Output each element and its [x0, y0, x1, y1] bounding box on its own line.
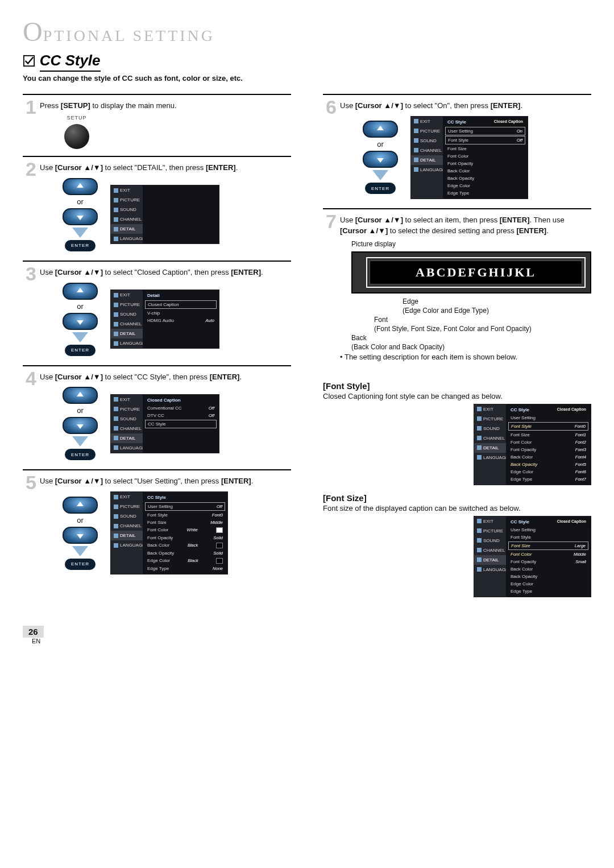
osd-setting-row: User Setting [508, 414, 588, 421]
svg-rect-29 [414, 158, 418, 162]
osd-menu-item: CHANNEL [474, 545, 506, 555]
sub-heading: [Font Style] [323, 381, 591, 391]
step-1: 1 Press [SETUP] to display the main menu… [23, 94, 291, 156]
osd-setting-row: Font OpacitySmall [508, 558, 588, 565]
svg-rect-19 [114, 495, 118, 499]
svg-rect-28 [414, 148, 418, 152]
osd-menu-item: EXIT [474, 516, 506, 526]
font-style-section: [Font Style] Closed Captioning font styl… [323, 381, 591, 485]
osd-menu-item: EXIT [111, 290, 143, 300]
cursor-up-icon [63, 178, 98, 195]
osd-menu-item: PICTURE [111, 300, 143, 309]
svg-rect-14 [114, 407, 118, 411]
osd-setting-row: Back ColorFont4 [508, 453, 588, 461]
left-column: 1 Press [SETUP] to display the main menu… [23, 94, 291, 597]
osd-setting-row: Edge TypeNone [145, 565, 225, 572]
osd-setting-row: Back OpacitySolid [145, 549, 225, 557]
osd-menu-item: DETAIL [111, 531, 143, 540]
osd-menu-item: DETAIL [111, 433, 143, 443]
svg-rect-16 [114, 426, 118, 431]
osd-setting-row: Back Color [445, 167, 525, 175]
svg-rect-9 [114, 312, 118, 317]
osd-setting-row: V-chip [145, 309, 217, 317]
svg-rect-36 [477, 455, 482, 460]
svg-rect-12 [114, 341, 118, 346]
step-3: 3 Use [Cursor ▲/▼] to select "Closed Cap… [23, 261, 291, 365]
osd-setting-row: User SettingOn [445, 127, 525, 135]
svg-rect-32 [477, 416, 482, 421]
osd-menu-item: DETAIL [474, 555, 506, 565]
sample-caption-text: ABCDEFGHIJKL [370, 261, 582, 284]
osd-setting-row: Font Color [445, 152, 525, 160]
osd-menu-item: DETAIL [111, 224, 143, 234]
svg-rect-21 [114, 514, 118, 519]
section-heading-row: CC Style [23, 47, 591, 73]
chevron-down-icon [72, 228, 88, 238]
svg-rect-38 [477, 528, 482, 533]
osd-menu-item: CHANNEL [474, 433, 506, 443]
osd-menu-item: PICTURE [111, 404, 143, 414]
svg-rect-40 [477, 548, 482, 552]
osd-setting-row: Font SizeMiddle [145, 519, 225, 526]
osd-setting-row: Edge Type [508, 588, 588, 595]
header-initial: O [23, 16, 43, 47]
step-4: 4 Use [Cursor ▲/▼] to select "CC Style",… [23, 365, 291, 470]
osd-menu-item: PICTURE [474, 414, 506, 424]
cursor-keys-icon: or ENTER [63, 178, 98, 251]
osd-screenshot: EXITPICTURESOUNDCHANNELDETAILLANGUAGECC … [474, 516, 591, 597]
osd-setting-row: Font SizeLarge [508, 542, 588, 550]
osd-setting-row: Font StyleOff [445, 136, 525, 144]
svg-rect-20 [114, 505, 118, 509]
osd-setting-row: DTV CCOff [145, 412, 217, 419]
osd-menu-item: PICTURE [111, 195, 143, 205]
osd-setting-row: Font Opacity [445, 160, 525, 167]
sub-heading: [Font Size] [323, 493, 591, 503]
svg-rect-27 [414, 138, 418, 143]
osd-setting-row: Font ColorFont2 [508, 439, 588, 446]
svg-rect-10 [114, 322, 118, 326]
osd-setting-row: Font ColorMiddle [508, 551, 588, 558]
setup-button-icon [64, 124, 89, 149]
osd-screenshot: EXITPICTURESOUNDCHANNELDETAILLANGUAGECC … [410, 116, 528, 199]
osd-menu-item: DETAIL [474, 443, 506, 453]
osd-menu-item: EXIT [111, 185, 143, 195]
osd-menu-item: PICTURE [411, 126, 443, 136]
svg-rect-6 [114, 237, 118, 241]
osd-setting-row: Edge ColorBlack [145, 557, 225, 565]
svg-rect-39 [477, 538, 482, 543]
check-box-icon [23, 59, 40, 67]
svg-rect-4 [114, 217, 118, 222]
osd-setting-row: Font StyleFont0 [145, 511, 225, 519]
svg-rect-22 [114, 524, 118, 528]
cursor-down-icon [63, 208, 98, 225]
osd-setting-row: Font OpacitySolid [145, 534, 225, 542]
osd-menu-item: SOUND [111, 414, 143, 424]
osd-setting-row: Back ColorBlack [145, 542, 225, 549]
svg-rect-34 [477, 436, 482, 440]
enter-button-icon: ENTER [65, 240, 96, 251]
svg-rect-41 [477, 557, 482, 562]
osd-menu-item: EXIT [111, 492, 143, 502]
svg-rect-42 [477, 567, 482, 572]
osd-setting-row: Closed Caption [145, 300, 217, 309]
osd-screenshot: EXITPICTURESOUNDCHANNELDETAILLANGUAGEDet… [110, 290, 219, 349]
osd-menu-item: DETAIL [411, 155, 443, 165]
osd-setting-row: Back Opacity [445, 175, 525, 182]
svg-rect-37 [477, 519, 482, 523]
osd-setting-row: User Setting [508, 526, 588, 534]
svg-rect-2 [114, 198, 118, 202]
osd-menu-item: PICTURE [111, 502, 143, 511]
font-size-section: [Font Size] Font size of the displayed c… [323, 493, 591, 597]
legend: Edge (Edge Color and Edge Type) Font (Fo… [351, 297, 591, 352]
page-lang: EN [32, 638, 591, 644]
osd-setting-row: Edge TypeFont7 [508, 476, 588, 483]
svg-rect-18 [114, 445, 118, 450]
svg-rect-5 [114, 227, 118, 232]
svg-rect-7 [114, 293, 118, 297]
svg-rect-8 [114, 303, 118, 307]
right-column: 6 Use [Cursor ▲/▼] to select "On", then … [323, 94, 591, 597]
osd-menu-item: CHANNEL [111, 521, 143, 531]
osd-setting-row: HDMI1 AudioAuto [145, 317, 217, 324]
svg-rect-15 [114, 416, 118, 421]
osd-menu-item: SOUND [111, 205, 143, 214]
